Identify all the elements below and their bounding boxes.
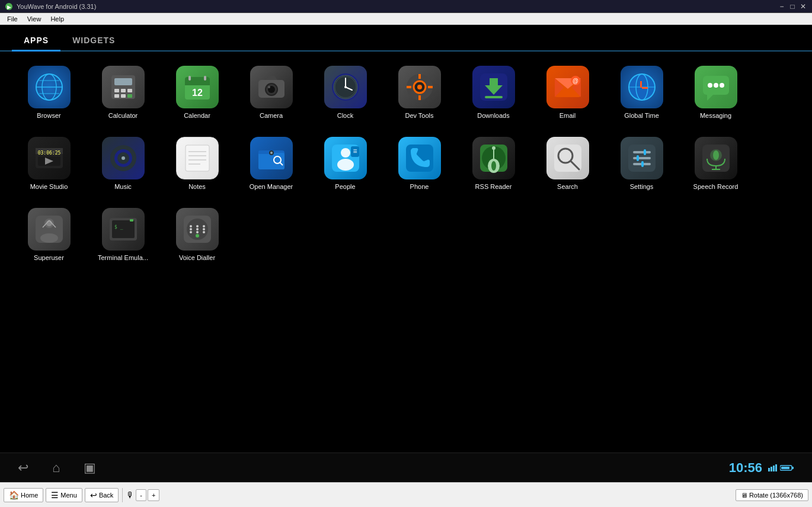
svg-rect-17 (185, 83, 210, 85)
menu-file[interactable]: File (2, 13, 23, 24)
browser-label: Browser (37, 112, 60, 120)
calculator-icon (102, 66, 145, 108)
app-email[interactable]: @ Email (530, 57, 605, 129)
emulator-container: APPS WIDGETS Browser (0, 25, 812, 482)
camera-icon (250, 66, 293, 108)
svg-point-92 (492, 146, 495, 150)
app-openmanager[interactable]: Open Manager (234, 129, 308, 200)
svg-rect-76 (258, 150, 270, 154)
app-downloads[interactable]: Downloads (456, 57, 530, 129)
title-bar: ▶ YouWave for Android (3.31) − □ ✕ (0, 0, 812, 13)
android-time: 10:56 (729, 460, 762, 476)
maximize-button[interactable]: □ (788, 2, 797, 11)
svg-rect-9 (114, 89, 119, 92)
svg-point-126 (203, 225, 205, 227)
svg-rect-39 (428, 86, 433, 88)
svg-rect-11 (127, 89, 132, 92)
menu-view[interactable]: View (23, 13, 46, 24)
svg-point-110 (46, 220, 52, 226)
minimize-button[interactable]: − (778, 2, 786, 11)
home-nav-button[interactable]: ⌂ (52, 460, 60, 476)
svg-point-122 (190, 231, 192, 233)
app-notes[interactable]: Notes (160, 129, 234, 200)
menu-button[interactable]: ☰ Menu (46, 488, 82, 502)
svg-rect-97 (633, 151, 651, 153)
superuser-icon (28, 208, 71, 251)
menu-help[interactable]: Help (46, 13, 69, 24)
messaging-icon (695, 66, 737, 108)
app-people[interactable]: ≡ People (308, 129, 382, 200)
svg-point-128 (203, 231, 205, 233)
svg-text:▶: ▶ (7, 4, 11, 10)
mic-minus-button[interactable]: - (136, 489, 146, 501)
app-speechrecord[interactable]: Speech Record (679, 129, 753, 200)
rotate-icon: 🖥 (741, 492, 747, 499)
terminal-icon: $ _ (102, 208, 145, 251)
app-calculator[interactable]: Calculator (86, 57, 160, 129)
svg-point-124 (196, 228, 199, 230)
app-calendar[interactable]: 12 Calendar (160, 57, 234, 129)
menu-icon: ☰ (51, 490, 59, 500)
phone-label: Phone (410, 183, 429, 191)
home-label: Home (21, 492, 38, 499)
svg-point-120 (190, 225, 192, 227)
svg-rect-135 (792, 467, 794, 469)
svg-rect-37 (418, 95, 421, 100)
svg-point-123 (196, 225, 199, 227)
app-camera[interactable]: Camera (234, 57, 308, 129)
notes-label: Notes (188, 183, 206, 191)
bottom-toolbar: 🏠 Home ☰ Menu ↩ Back 🎙 - + 🖥 Rotate (136… (0, 482, 812, 507)
svg-point-83 (337, 159, 354, 171)
app-moviestudio[interactable]: 03:06:25 Movie Studio (12, 129, 86, 200)
voicedialler-icon (176, 208, 219, 251)
mic-plus-button[interactable]: + (148, 489, 159, 501)
svg-rect-12 (114, 94, 119, 98)
calculator-label: Calculator (108, 112, 138, 120)
tab-widgets[interactable]: WIDGETS (60, 31, 127, 52)
app-globaltime[interactable]: Global Time (605, 57, 679, 129)
app-rssreader[interactable]: RSS Reader (456, 129, 530, 200)
svg-point-80 (270, 152, 273, 154)
superuser-label: Superuser (34, 254, 64, 262)
recent-nav-button[interactable]: ▣ (84, 460, 96, 476)
app-search[interactable]: Search (530, 129, 605, 200)
speechrecord-icon (695, 137, 737, 179)
voicedialler-label: Voice Dialler (179, 254, 215, 262)
svg-rect-53 (640, 81, 642, 88)
clock-icon (324, 66, 367, 108)
app-messaging[interactable]: Messaging (679, 57, 753, 129)
menu-label: Menu (60, 492, 77, 499)
back-label: Back (99, 492, 113, 499)
svg-rect-19 (204, 76, 206, 81)
svg-rect-102 (641, 161, 644, 167)
app-superuser[interactable]: Superuser (12, 200, 86, 271)
app-music[interactable]: Music (86, 129, 160, 200)
svg-rect-13 (121, 94, 126, 98)
app-phone[interactable]: Phone (382, 129, 456, 200)
svg-point-82 (341, 148, 350, 158)
terminal-label: Terminal Emula... (98, 254, 148, 262)
window-controls[interactable]: − □ ✕ (778, 2, 807, 11)
app-browser[interactable]: Browser (12, 57, 86, 129)
phone-icon (398, 137, 441, 179)
devtools-label: Dev Tools (405, 112, 433, 120)
openmanager-label: Open Manager (250, 183, 293, 191)
back-button[interactable]: ↩ Back (85, 488, 119, 502)
back-icon: ↩ (90, 490, 97, 500)
app-voicedialler[interactable]: Voice Dialler (160, 200, 234, 271)
browser-icon (28, 66, 71, 108)
svg-marker-56 (707, 95, 713, 101)
home-button[interactable]: 🏠 Home (4, 488, 43, 502)
window-title: YouWave for Android (3.31) (17, 3, 96, 10)
email-label: Email (560, 112, 576, 120)
close-button[interactable]: ✕ (799, 2, 807, 11)
app-devtools[interactable]: Dev Tools (382, 57, 456, 129)
android-screen: APPS WIDGETS Browser (0, 25, 812, 482)
app-settings[interactable]: Settings (605, 129, 679, 200)
app-clock[interactable]: Clock (308, 57, 382, 129)
app-terminal[interactable]: $ _ Terminal Emula... (86, 200, 160, 271)
tab-apps[interactable]: APPS (12, 31, 60, 52)
back-nav-button[interactable]: ↩ (18, 460, 28, 476)
mic-icon: 🎙 (126, 490, 135, 500)
rotate-button[interactable]: 🖥 Rotate (1366x768) (736, 489, 808, 501)
